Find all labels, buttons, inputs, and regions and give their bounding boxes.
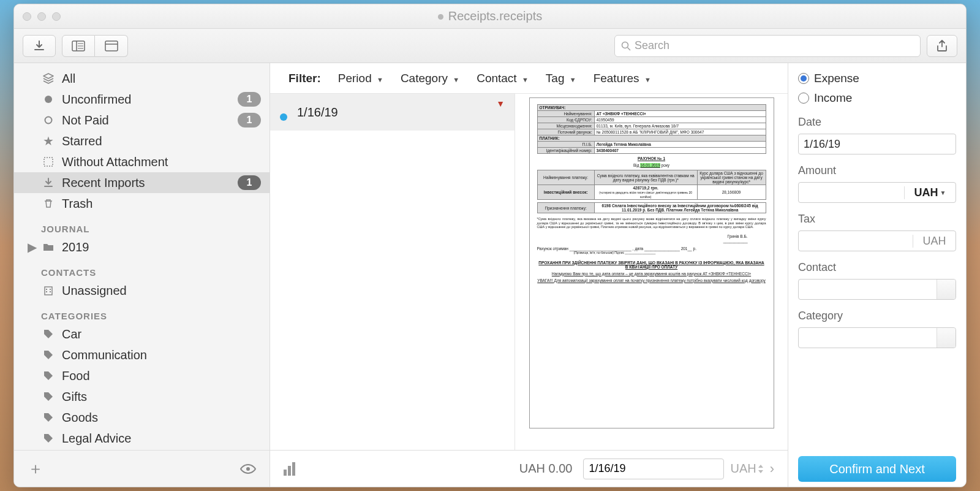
journal-header: JOURNAL — [14, 214, 270, 237]
tag-icon — [41, 392, 56, 402]
tag-icon — [41, 433, 56, 443]
star-icon: ★ — [41, 134, 56, 148]
tax-currency: UAH — [913, 235, 956, 248]
contact-select[interactable] — [798, 279, 956, 300]
svg-point-10 — [45, 117, 52, 124]
sidebar-category-food[interactable]: Food — [14, 365, 270, 386]
sidebar-category-goods[interactable]: Goods — [14, 407, 270, 428]
footer-date-input[interactable] — [583, 459, 724, 479]
dot-icon — [41, 95, 56, 104]
disclosure-triangle-icon[interactable]: ▶ — [28, 240, 37, 254]
main-footer: UAH 0.00 UAH › — [270, 450, 788, 487]
svg-rect-16 — [50, 291, 51, 292]
sidebar-item-without-attachment[interactable]: Without Attachment — [14, 151, 270, 172]
download-icon — [41, 178, 56, 188]
search-icon — [621, 41, 631, 51]
zoom-window-icon[interactable] — [52, 12, 61, 21]
tag-icon — [41, 371, 56, 381]
main-area: Filter: Period ▼ Category ▼ Contact ▼ Ta… — [270, 63, 788, 487]
amount-field[interactable]: UAH ▼ — [798, 182, 956, 203]
sidebar-item-trash[interactable]: Trash — [14, 193, 270, 214]
import-button[interactable] — [23, 35, 56, 57]
category-select[interactable] — [798, 327, 956, 348]
date-field[interactable]: 1/16/19 — [798, 134, 956, 154]
view-list-button[interactable] — [62, 35, 95, 57]
next-icon[interactable]: › — [770, 461, 774, 477]
sidebar-item-unconfirmed[interactable]: Unconfirmed 1 — [14, 89, 270, 110]
filter-label: Filter: — [288, 72, 321, 85]
contacts-header: CONTACTS — [14, 257, 270, 280]
sidebar: All Unconfirmed 1 Not Paid 1 ★ Starred — [14, 63, 270, 487]
count-badge: 1 — [238, 175, 261, 190]
categories-header: CATEGORIES — [14, 301, 270, 324]
date-label: Date — [798, 116, 956, 129]
receipt-row[interactable]: 1/16/19 ▼ — [270, 94, 514, 131]
sidebar-category-gifts[interactable]: Gifts — [14, 386, 270, 407]
amount-currency-picker[interactable]: UAH ▼ — [904, 186, 956, 199]
close-window-icon[interactable] — [23, 12, 31, 21]
category-label: Category — [798, 310, 956, 322]
chart-icon[interactable] — [284, 462, 295, 476]
circle-icon — [41, 116, 56, 124]
amount-label: Amount — [798, 164, 956, 177]
document-preview[interactable]: ОТРИМУВАЧ: Найменування:АТ «ЗНВКІФ «ТЕНН… — [515, 94, 788, 450]
tag-icon — [41, 350, 56, 360]
details-panel: Expense Income Date 1/16/19 Amount UAH ▼… — [788, 63, 966, 487]
type-expense-radio[interactable]: Expense — [798, 72, 956, 85]
filter-category[interactable]: Category ▼ — [401, 72, 459, 85]
add-button[interactable]: ＋ — [28, 458, 43, 479]
sidebar-item-all[interactable]: All — [14, 68, 270, 89]
svg-point-7 — [622, 42, 628, 48]
tax-label: Tax — [798, 213, 956, 226]
svg-rect-5 — [105, 41, 118, 51]
sidebar-item-label: Without Attachment — [41, 155, 168, 169]
sidebar-item-starred[interactable]: ★ Starred — [14, 131, 270, 151]
svg-point-9 — [45, 96, 52, 103]
filter-period[interactable]: Period ▼ — [338, 72, 383, 85]
search-input[interactable]: Search — [614, 35, 921, 57]
sidebar-category-car[interactable]: Car — [14, 324, 270, 344]
count-badge: 1 — [238, 113, 261, 128]
receipt-list: 1/16/19 ▼ — [270, 94, 515, 450]
toolbar: Search — [14, 29, 966, 63]
svg-rect-11 — [44, 158, 53, 166]
tag-icon — [41, 329, 56, 339]
flag-icon: ▼ — [496, 99, 505, 108]
unread-dot-icon — [280, 113, 287, 121]
tax-field[interactable]: UAH — [798, 230, 956, 251]
building-icon — [41, 286, 56, 295]
view-mode-segment — [62, 35, 128, 57]
window-title: Receipts.receipts — [14, 9, 966, 23]
traffic-lights — [23, 12, 61, 21]
preview-toggle-icon[interactable] — [240, 463, 256, 474]
view-grid-button[interactable] — [95, 35, 128, 57]
sidebar-item-not-paid[interactable]: Not Paid 1 — [14, 110, 270, 131]
minimize-window-icon[interactable] — [37, 12, 46, 21]
svg-rect-14 — [50, 289, 51, 290]
svg-line-8 — [628, 47, 631, 50]
sidebar-item-recent-imports[interactable]: Recent Imports 1 — [14, 172, 270, 193]
sidebar-item-year-2019[interactable]: ▶ 2019 — [14, 237, 270, 257]
total-amount: UAH 0.00 — [295, 462, 583, 476]
filter-features[interactable]: Features ▼ — [594, 72, 651, 85]
empty-box-icon — [41, 157, 56, 167]
svg-point-17 — [246, 467, 250, 471]
sidebar-category-legal[interactable]: Legal Advice — [14, 428, 270, 449]
sidebar-item-label: Communication — [41, 348, 147, 362]
titlebar: Receipts.receipts — [14, 4, 966, 29]
count-badge: 1 — [238, 92, 261, 107]
sidebar-item-unassigned[interactable]: Unassigned — [14, 280, 270, 301]
filter-tag[interactable]: Tag ▼ — [546, 72, 576, 85]
sidebar-category-communication[interactable]: Communication — [14, 344, 270, 365]
invoice-document: ОТРИМУВАЧ: Найменування:АТ «ЗНВКІФ «ТЕНН… — [529, 97, 774, 428]
svg-rect-15 — [46, 291, 47, 292]
type-income-radio[interactable]: Income — [798, 91, 956, 105]
confirm-next-button[interactable]: Confirm and Next — [798, 456, 956, 482]
share-button[interactable] — [927, 35, 957, 57]
trash-icon — [41, 199, 56, 208]
tag-icon — [41, 413, 56, 422]
folder-icon — [41, 243, 56, 251]
footer-currency-stepper[interactable]: UAH — [730, 462, 763, 476]
contact-label: Contact — [798, 261, 956, 274]
filter-contact[interactable]: Contact ▼ — [477, 72, 529, 85]
